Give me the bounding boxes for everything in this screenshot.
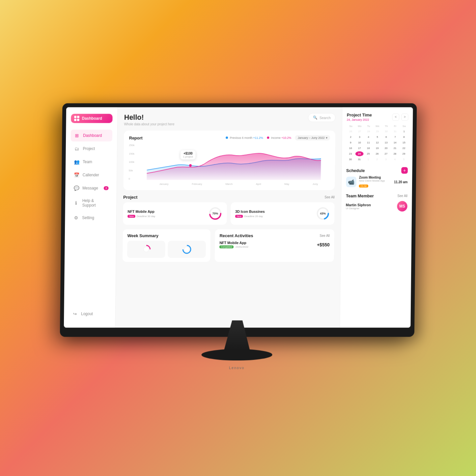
week-mini-pink: [127, 240, 165, 258]
nav-dashboard-label: Dashboard: [83, 133, 102, 138]
cal-day[interactable]: 14: [391, 140, 399, 145]
activity-date: 24/01/2022: [235, 245, 248, 248]
dashboard-icon: ⊞: [74, 132, 80, 138]
cal-day[interactable]: 30: [382, 129, 390, 134]
search-icon: 🔍: [313, 115, 318, 120]
date-filter[interactable]: January – Juny 2022 ▾: [295, 135, 330, 140]
cal-day[interactable]: 25: [364, 151, 372, 156]
project-card-3d[interactable]: 3D Icon Bussines New Deadline 26 day: [230, 202, 334, 225]
recent-activities-header: Recent Activities See All: [219, 233, 330, 238]
calendar-icon: 📅: [73, 172, 79, 178]
cal-day[interactable]: 1: [400, 129, 408, 134]
schedule-name: Zoom Meeting: [359, 176, 391, 179]
cal-day[interactable]: 18: [364, 146, 372, 151]
cal-day[interactable]: 4: [391, 157, 399, 162]
recent-activities-see-all[interactable]: See All: [320, 234, 330, 238]
week-summary-card: Week Summary: [123, 229, 210, 262]
sidebar-item-logout[interactable]: ↪ Logout: [69, 308, 110, 320]
sidebar-item-help[interactable]: ℹ Help & Support: [70, 195, 112, 210]
nav-message-label: Message: [82, 186, 98, 190]
project-card-nft[interactable]: NFT Mobile App New Deadline 30 day: [123, 202, 227, 225]
search-bar[interactable]: 🔍 Search: [308, 113, 335, 122]
cal-day[interactable]: 26: [373, 151, 381, 156]
chart-y-250k: 250k: [129, 144, 134, 147]
sidebar-logo[interactable]: Dashboard: [71, 114, 112, 123]
cal-day[interactable]: 2: [346, 134, 354, 139]
cal-day[interactable]: 19: [373, 146, 381, 151]
project-nft-tag: New: [127, 214, 135, 217]
cal-day[interactable]: 5: [400, 157, 408, 162]
cal-day[interactable]: 1: [364, 157, 372, 162]
sidebar-item-calendar[interactable]: 📅 Callender: [70, 169, 112, 181]
cal-day[interactable]: 22: [400, 146, 408, 151]
sidebar-item-setting[interactable]: ⚙ Setting: [70, 212, 111, 224]
cal-day[interactable]: 8: [400, 134, 408, 139]
cal-day[interactable]: 13: [382, 140, 390, 145]
cal-day[interactable]: 3: [355, 134, 363, 139]
activity-item: NFT Mobile App Completed 24/01/2022 +$55…: [219, 240, 330, 248]
sidebar-item-project[interactable]: 🗂 Project: [70, 143, 112, 154]
legend-dot-previous: [226, 136, 228, 139]
schedule-add-btn[interactable]: +: [401, 167, 408, 174]
page-title: Hello!: [124, 113, 174, 122]
calendar-nav: < >: [392, 113, 408, 121]
cal-day[interactable]: 30: [346, 157, 354, 162]
svg-point-2: [317, 208, 328, 219]
cal-day[interactable]: 20: [382, 146, 390, 151]
main-content: Hello! Whole data about your project her…: [115, 107, 342, 327]
project-section-title: Project: [123, 195, 137, 200]
cal-day[interactable]: 17: [355, 146, 363, 151]
project-section: Project See All NFT Mobile App New Deadl…: [123, 195, 335, 225]
team-member-name: Martin Siphron: [346, 203, 394, 207]
cal-day[interactable]: 11: [364, 140, 372, 145]
cal-day[interactable]: 9: [346, 140, 354, 145]
cal-day[interactable]: 27: [382, 151, 390, 156]
cal-day-today[interactable]: 24: [355, 151, 363, 156]
cal-day[interactable]: 29: [373, 129, 381, 134]
team-member-info: Martin Siphron UI Designer: [346, 203, 394, 210]
sidebar-item-message[interactable]: 💬 Message 3: [70, 182, 112, 194]
calendar-next-btn[interactable]: >: [401, 113, 408, 121]
schedule-icon: 📹: [346, 177, 356, 187]
recent-activities-card: Recent Activities See All NFT Mobile App…: [214, 229, 334, 262]
cal-day[interactable]: 26: [347, 129, 355, 134]
cal-day[interactable]: 16: [346, 146, 354, 151]
bottom-row: Week Summary: [123, 229, 334, 262]
cal-day[interactable]: 31: [391, 129, 399, 134]
cal-day[interactable]: 29: [400, 151, 408, 156]
cal-day[interactable]: 23: [346, 151, 354, 156]
avatar: MS: [397, 201, 407, 211]
week-chart-blue: [182, 244, 192, 254]
cal-day[interactable]: 7: [391, 134, 399, 139]
chart-y-0: 0: [128, 177, 134, 180]
team-see-all[interactable]: See All: [397, 194, 407, 198]
sidebar-item-team[interactable]: 👥 Team: [70, 156, 112, 168]
cal-day[interactable]: 12: [373, 140, 381, 145]
schedule-section: Schedule + 📹 Zoom Meeting New Client Mob…: [346, 167, 408, 188]
cal-day[interactable]: 15: [400, 140, 408, 145]
schedule-header: Schedule +: [346, 167, 407, 174]
calendar-prev-btn[interactable]: <: [392, 113, 399, 121]
project-3d-deadline: Deadline 26 day: [244, 214, 263, 217]
cal-day[interactable]: 2: [373, 157, 381, 162]
cal-day[interactable]: 28: [391, 151, 399, 156]
cal-day[interactable]: 4: [364, 134, 372, 139]
svg-point-5: [184, 246, 189, 252]
project-see-all[interactable]: See All: [324, 195, 335, 199]
cal-day[interactable]: 28: [364, 129, 373, 134]
week-mini-blue: [168, 240, 206, 258]
cal-day[interactable]: 10: [355, 140, 363, 145]
calendar-date: 24, January 2022: [347, 118, 372, 121]
monitor-base: [201, 349, 272, 360]
cal-day[interactable]: 31: [355, 157, 363, 162]
main-header: Hello! Whole data about your project her…: [124, 113, 335, 126]
svg-point-4: [143, 246, 149, 252]
cal-day[interactable]: 27: [355, 129, 364, 134]
nav-team-label: Team: [83, 159, 92, 164]
sidebar-item-dashboard[interactable]: ⊞ Dashboard: [70, 129, 112, 141]
cal-day[interactable]: 21: [391, 146, 399, 151]
cal-day[interactable]: 6: [382, 134, 390, 139]
cal-day[interactable]: 3: [382, 157, 390, 162]
cal-day[interactable]: 5: [373, 134, 381, 139]
schedule-tag: On Air: [359, 184, 368, 187]
